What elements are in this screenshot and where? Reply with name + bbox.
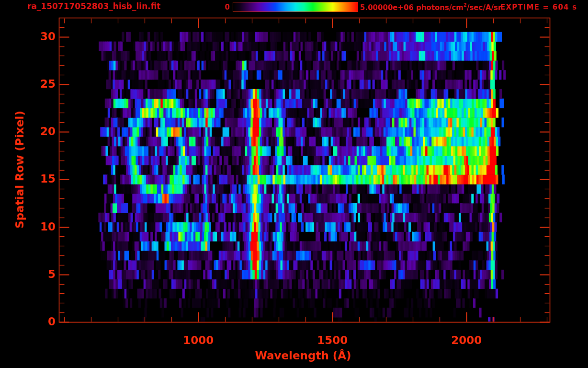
spectrogram-figure: ra_150717052803_hisb_lin.fit 0 5.00000e+… bbox=[0, 0, 588, 368]
x-tick-label-2000: 2000 bbox=[433, 334, 500, 346]
colorbar-max-label: 5.00000e+06 photons/cm2/sec/A/sr bbox=[360, 3, 501, 12]
x-tick-label-1000: 1000 bbox=[165, 334, 232, 346]
colorbar-units-post: /sec/A/sr bbox=[467, 3, 501, 12]
colorbar-max-value: 5.00000e+06 bbox=[360, 3, 414, 12]
spectral-heatmap-canvas bbox=[0, 0, 588, 368]
colorbar-min-label: 0 bbox=[216, 3, 230, 12]
y-tick-label-20: 20 bbox=[0, 125, 56, 138]
y-tick-label-15: 15 bbox=[0, 172, 56, 185]
colorbar-units-pre: photons/cm bbox=[414, 3, 464, 12]
x-tick-label-1500: 1500 bbox=[299, 334, 366, 346]
y-tick-label-30: 30 bbox=[0, 30, 56, 43]
file-title: ra_150717052803_hisb_lin.fit bbox=[27, 1, 160, 11]
x-axis-title: Wavelength (Å) bbox=[255, 349, 351, 362]
y-tick-label-10: 10 bbox=[0, 220, 56, 233]
exptime-label: EXPTIME = 604 s bbox=[500, 3, 577, 12]
y-tick-label-0: 0 bbox=[0, 315, 56, 328]
y-tick-label-5: 5 bbox=[0, 268, 56, 280]
y-tick-label-25: 25 bbox=[0, 78, 56, 90]
colorbar-gradient bbox=[233, 2, 358, 12]
colorbar-units-sup: 2 bbox=[464, 2, 467, 8]
